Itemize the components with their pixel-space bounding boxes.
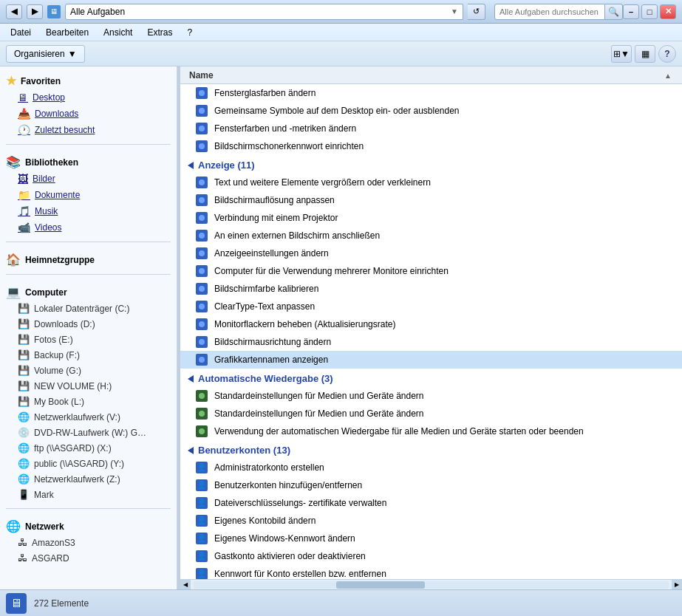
list-item[interactable]: Standardeinstellungen für Medien und Ger… bbox=[180, 405, 682, 422]
sidebar-item-w-drive[interactable]: 💿 DVD-RW-Laufwerk (W:) GRC1C bbox=[0, 425, 177, 440]
sidebar-item-label: Downloads (D:) bbox=[34, 319, 95, 329]
sidebar-item-label: Lokaler Datenträger (C:) bbox=[34, 304, 129, 314]
scroll-track[interactable] bbox=[194, 581, 669, 589]
list-item[interactable]: Bildschirmschonerkennwort einrichten bbox=[180, 137, 682, 155]
list-item[interactable]: Gastkonto aktivieren oder deaktivieren bbox=[180, 547, 682, 565]
address-dropdown[interactable]: ▼ bbox=[451, 7, 458, 16]
sidebar-item-recent[interactable]: 🕐 Zuletzt besucht bbox=[0, 122, 177, 138]
drive-l-icon: 💾 bbox=[18, 396, 30, 407]
menu-bar: Datei Bearbeiten Ansicht Extras ? bbox=[0, 24, 682, 41]
list-item[interactable]: Verwendung der automatischen Wiedergabe … bbox=[180, 422, 682, 440]
sidebar-item-amazons3[interactable]: 🖧 AmazonS3 bbox=[0, 535, 177, 550]
list-item-highlighted[interactable]: Grafikkartennamen anzeigen bbox=[180, 351, 682, 369]
organize-arrow-icon: ▼ bbox=[68, 49, 77, 59]
sidebar-item-x-drive[interactable]: 🌐 ftp (\\ASGARD) (X:) bbox=[0, 440, 177, 456]
menu-extras[interactable]: Extras bbox=[141, 26, 178, 39]
list-item[interactable]: Bildschirmausrichtung ändern bbox=[180, 333, 682, 351]
sidebar-item-z-drive[interactable]: 🌐 Netzwerklaufwerk (Z:) bbox=[0, 471, 177, 487]
sidebar-item-f-drive[interactable]: 💾 Backup (F:) bbox=[0, 347, 177, 363]
sidebar-item-c-drive[interactable]: 💾 Lokaler Datenträger (C:) bbox=[0, 301, 177, 316]
libraries-header[interactable]: 📚 Bibliotheken bbox=[0, 152, 177, 171]
item-icon bbox=[195, 247, 208, 260]
sidebar-item-asgard[interactable]: 🖧 ASGARD bbox=[0, 550, 177, 566]
menu-ansicht[interactable]: Ansicht bbox=[98, 26, 138, 39]
search-input[interactable] bbox=[494, 4, 605, 20]
list-item[interactable]: Eigenes Kontobild ändern bbox=[180, 512, 682, 530]
forward-button[interactable]: ▶ bbox=[27, 4, 43, 19]
back-button[interactable]: ◀ bbox=[6, 4, 22, 19]
list-item[interactable]: Gemeinsame Symbole auf dem Desktop ein- … bbox=[180, 102, 682, 120]
menu-datei[interactable]: Datei bbox=[4, 26, 37, 39]
sidebar-item-g-drive[interactable]: 💾 Volume (G:) bbox=[0, 363, 177, 378]
category-wiedergabe[interactable]: Automatische Wiedergabe (3) bbox=[180, 369, 682, 387]
item-label: Benutzerkonten hinzufügen/entfernen bbox=[214, 480, 362, 490]
sidebar-item-y-drive[interactable]: 🌐 public (\\ASGARD) (Y:) bbox=[0, 456, 177, 471]
drive-g-icon: 💾 bbox=[18, 365, 30, 376]
content-list[interactable]: Fensterglasfarben ändern Gemeinsame Symb… bbox=[180, 84, 682, 579]
change-view-button[interactable]: ▦ bbox=[635, 45, 655, 63]
menu-bearbeiten[interactable]: Bearbeiten bbox=[40, 26, 95, 39]
status-bar: 🖥 272 Elemente bbox=[0, 589, 682, 616]
computer-header[interactable]: 💻 Computer bbox=[0, 282, 177, 301]
list-item[interactable]: Fensterfarben und -metriken ändern bbox=[180, 120, 682, 137]
network-header[interactable]: 🌐 Netzwerk bbox=[0, 516, 177, 535]
item-icon bbox=[195, 318, 208, 331]
drive-y-icon: 🌐 bbox=[18, 458, 30, 469]
list-item[interactable]: Eigenes Windows-Kennwort ändern bbox=[180, 530, 682, 547]
scroll-left-button[interactable]: ◀ bbox=[180, 580, 191, 590]
sidebar-item-pictures[interactable]: 🖼 Bilder bbox=[0, 171, 177, 187]
sidebar-item-documents[interactable]: 📁 Dokumente bbox=[0, 187, 177, 203]
sidebar-item-h-drive[interactable]: 💾 NEW VOLUME (H:) bbox=[0, 378, 177, 394]
sidebar-item-desktop[interactable]: 🖥 Desktop bbox=[0, 89, 177, 106]
close-button[interactable]: ✕ bbox=[660, 4, 676, 19]
scroll-thumb[interactable] bbox=[336, 581, 425, 589]
list-item[interactable]: Bildschirmauflösung anpassen bbox=[180, 191, 682, 209]
sidebar-item-label: Volume (G:) bbox=[34, 366, 81, 376]
sidebar-item-label: My Book (L:) bbox=[34, 397, 84, 407]
sidebar-item-v-drive[interactable]: 🌐 Netzwerklaufwerk (V:) bbox=[0, 409, 177, 425]
music-icon: 🎵 bbox=[18, 205, 30, 217]
homegroup-header[interactable]: 🏠 Heimnetzgruppe bbox=[0, 250, 177, 268]
maximize-button[interactable]: □ bbox=[641, 4, 658, 19]
list-item[interactable]: Verbindung mit einem Projektor bbox=[180, 209, 682, 227]
list-item[interactable]: Anzeigeeinstellungen ändern bbox=[180, 244, 682, 262]
list-item[interactable]: Dateiverschlüsselungs- zertifikate verwa… bbox=[180, 494, 682, 512]
horizontal-scrollbar[interactable]: ◀ ▶ bbox=[180, 579, 682, 589]
sidebar-item-l-drive[interactable]: 💾 My Book (L:) bbox=[0, 394, 177, 409]
sidebar-item-downloads[interactable]: 📥 Downloads bbox=[0, 106, 177, 122]
address-bar[interactable]: Alle Aufgaben ▼ bbox=[65, 4, 463, 20]
list-item[interactable]: Computer für die Verwendung mehrerer Mon… bbox=[180, 262, 682, 280]
organize-button[interactable]: Organisieren ▼ bbox=[6, 45, 85, 63]
list-item[interactable]: Monitorflackern beheben (Aktualisierungs… bbox=[180, 315, 682, 333]
item-icon bbox=[195, 335, 208, 349]
amazons3-icon: 🖧 bbox=[18, 537, 27, 548]
scroll-top-button[interactable]: ▲ bbox=[664, 66, 672, 84]
menu-help[interactable]: ? bbox=[181, 26, 198, 39]
item-label: Kennwort für Konto erstellen bzw. entfer… bbox=[214, 569, 386, 579]
list-item[interactable]: Kennwort für Konto erstellen bzw. entfer… bbox=[180, 565, 682, 579]
category-benutzerkonten[interactable]: Benutzerkonten (13) bbox=[180, 440, 682, 459]
sidebar-item-videos[interactable]: 📹 Videos bbox=[0, 219, 177, 236]
scroll-right-button[interactable]: ▶ bbox=[672, 580, 682, 590]
item-icon bbox=[195, 567, 208, 579]
sidebar-item-e-drive[interactable]: 💾 Fotos (E:) bbox=[0, 332, 177, 347]
list-item[interactable]: ClearType-Text anpassen bbox=[180, 298, 682, 315]
sidebar-item-d-drive[interactable]: 💾 Downloads (D:) bbox=[0, 316, 177, 332]
list-item[interactable]: Bildschirmfarbe kalibrieren bbox=[180, 280, 682, 298]
sidebar-item-music[interactable]: 🎵 Musik bbox=[0, 203, 177, 219]
sidebar-item-mark[interactable]: 📱 Mark bbox=[0, 487, 177, 502]
list-item[interactable]: Text und weitere Elemente vergrößern ode… bbox=[180, 174, 682, 191]
view-mode-button[interactable]: ⊞ ▼ bbox=[611, 45, 632, 63]
help-button[interactable]: ? bbox=[658, 45, 676, 63]
list-item[interactable]: An einen externen Bildschirm anschließen bbox=[180, 227, 682, 244]
refresh-button[interactable]: ↺ bbox=[468, 4, 485, 20]
minimize-button[interactable]: – bbox=[623, 4, 639, 19]
list-item[interactable]: Benutzerkonten hinzufügen/entfernen bbox=[180, 476, 682, 494]
list-item[interactable]: Standardeinstellungen für Medien und Ger… bbox=[180, 387, 682, 405]
mark-icon: 📱 bbox=[18, 489, 30, 500]
search-button[interactable]: 🔍 bbox=[605, 4, 623, 20]
list-item[interactable]: Fensterglasfarben ändern bbox=[180, 84, 682, 102]
favorites-header[interactable]: ★ Favoriten bbox=[0, 71, 177, 89]
list-item[interactable]: Administratorkonto erstellen bbox=[180, 459, 682, 476]
category-anzeige[interactable]: Anzeige (11) bbox=[180, 155, 682, 174]
